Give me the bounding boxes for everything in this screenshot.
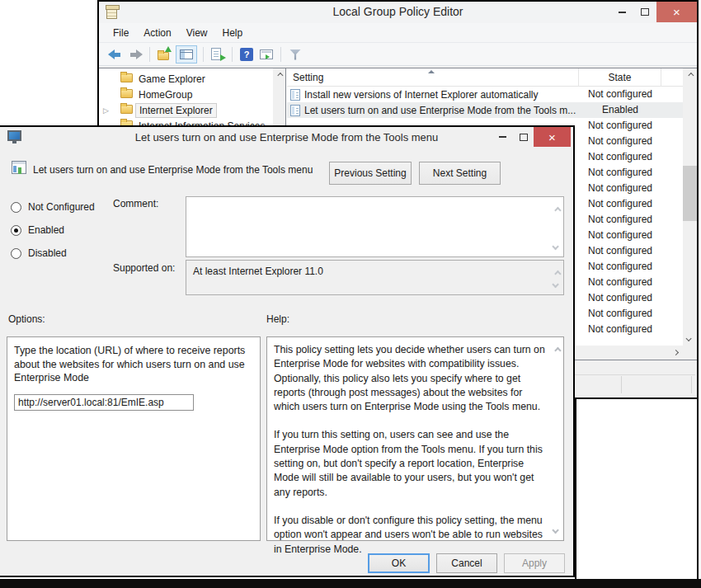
menu-help[interactable]: Help [215,27,251,39]
setting-state: Not configured [579,275,661,290]
toolbar-separator [203,47,204,62]
setting-row-install-new-versions[interactable]: Install new versions of Internet Explore… [287,87,683,102]
radio-label: Not Configured [28,201,95,213]
back-icon[interactable] [107,46,124,63]
scroll-up-icon[interactable] [273,68,285,82]
supported-on-value: At least Internet Explorer 11.0 [193,266,323,277]
setting-state: Not configured [579,322,661,337]
filter-icon[interactable] [287,46,303,63]
previous-setting-button[interactable]: Previous Setting [329,162,412,185]
options-instruction: Type the location (URL) of where to rece… [14,344,255,385]
options-label: Options: [8,313,45,325]
setting-state: Not configured [579,165,661,181]
expand-chevron-icon[interactable]: ▷ [103,106,109,115]
ok-button[interactable]: OK [368,553,430,573]
close-button[interactable]: × [656,2,697,22]
menu-file[interactable]: File [106,27,136,39]
scroll-up-icon[interactable] [554,341,559,356]
toolbar-separator [232,47,233,62]
minimize-icon [499,136,506,138]
policy-icon [290,105,300,116]
dialog-title: Let users turn on and use Enterprise Mod… [0,131,573,143]
apply-button[interactable]: Apply [504,553,565,573]
dialog-maximize-button[interactable] [513,127,534,147]
dialog-titlebar[interactable]: Let users turn on and use Enterprise Mod… [0,127,573,148]
sort-ascending-icon [428,70,435,73]
up-one-level-icon[interactable] [156,46,172,63]
setting-state: Not configured [579,290,661,306]
policy-setting-title: Let users turn on and use Enterprise Mod… [33,164,313,176]
help-text: This policy setting lets you decide whet… [274,343,551,571]
next-setting-button[interactable]: Next Setting [419,162,501,185]
scroll-down-icon[interactable] [683,332,697,345]
setting-name: Let users turn on and use Enterprise Mod… [304,105,576,116]
show-action-pane-icon[interactable] [258,46,275,63]
help-panel: This policy setting lets you decide whet… [266,336,564,541]
setting-state: Not configured [579,134,661,149]
list-vertical-scrollbar[interactable] [683,68,697,346]
radio-icon[interactable] [11,248,21,259]
radio-not-configured[interactable]: Not Configured [11,201,95,213]
maximize-icon [641,8,649,16]
setting-state: Not configured [579,196,661,212]
show-console-tree-icon[interactable] [176,45,197,64]
setting-state: Not configured [579,228,661,243]
background-window-area [575,399,699,579]
radio-enabled[interactable]: Enabled [11,224,64,236]
forward-icon[interactable] [127,46,143,63]
scrollbar-thumb[interactable] [683,166,697,221]
help-label: Help: [266,313,289,325]
policy-setting-icon [12,161,26,174]
tree-item-game-explorer[interactable]: Game Explorer [99,71,272,87]
comment-textarea[interactable] [186,196,564,257]
dialog-minimize-button[interactable] [492,127,513,147]
setting-state: Not configured [579,243,661,259]
maximize-button[interactable] [633,2,656,22]
setting-state: Not configured [579,87,661,102]
setting-state: Not configured [579,259,661,275]
help-icon[interactable]: ? [238,46,255,63]
setting-name: Install new versions of Internet Explore… [304,89,538,101]
radio-icon[interactable] [11,202,21,213]
setting-state: Not configured [579,306,661,322]
scroll-right-icon[interactable] [668,346,683,360]
scroll-down-icon[interactable] [554,238,559,252]
export-list-icon[interactable] [209,46,226,63]
folder-icon [120,89,133,98]
scroll-down-icon[interactable] [554,275,559,290]
close-icon: × [548,130,556,144]
setting-state: Not configured [579,118,661,134]
close-icon: × [673,5,680,19]
setting-state: Enabled [579,102,661,118]
radio-icon-checked[interactable] [11,225,21,236]
toolbar-separator [149,47,150,62]
scroll-up-icon[interactable] [683,68,697,82]
radio-label: Disabled [28,247,67,259]
supported-on-field: At least Internet Explorer 11.0 [186,260,564,295]
menu-view[interactable]: View [179,27,215,39]
toolbar-separator [280,47,281,62]
minimize-button[interactable] [610,2,633,22]
policy-dialog: Let users turn on and use Enterprise Mod… [0,125,575,577]
folder-icon [120,105,133,114]
setting-row-enterprise-mode[interactable]: Let users turn on and use Enterprise Mod… [287,102,683,118]
scroll-up-icon[interactable] [554,201,559,216]
tree-item-internet-explorer[interactable]: ▷ Internet Explorer [99,102,272,118]
setting-state: Not configured [579,149,661,165]
cancel-button[interactable]: Cancel [436,553,497,573]
gpedit-titlebar[interactable]: Local Group Policy Editor × [99,2,697,23]
radio-label: Enabled [28,224,64,236]
menu-action[interactable]: Action [136,27,178,39]
report-url-input[interactable] [14,394,194,411]
supported-on-label: Supported on: [113,262,175,274]
setting-state: Not configured [579,181,661,196]
radio-disabled[interactable]: Disabled [11,247,67,259]
toolbar: ? [99,43,697,66]
scroll-down-icon[interactable] [554,521,559,536]
options-panel: Type the location (URL) of where to rece… [7,336,261,541]
column-header-state[interactable]: State [579,68,661,87]
comment-label: Comment: [113,198,158,209]
column-header-extra[interactable] [661,68,684,87]
tree-item-homegroup[interactable]: HomeGroup [99,87,272,102]
dialog-close-button[interactable]: × [534,127,571,147]
